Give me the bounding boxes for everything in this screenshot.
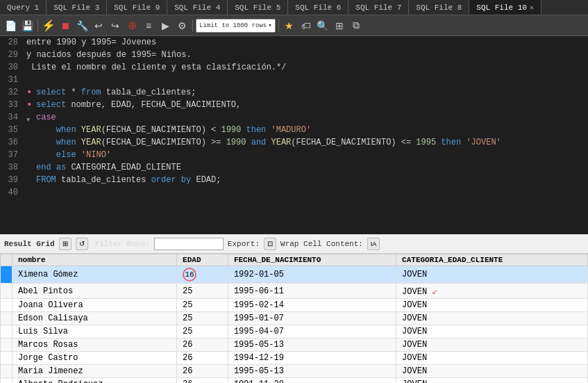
tag-button[interactable]: 🏷 <box>299 18 314 33</box>
col-header-nombre[interactable]: nombre <box>12 254 177 266</box>
wrap-button[interactable]: IA <box>367 238 380 250</box>
table-row[interactable]: Jorge Castro 26 1994-12-19 JOVEN <box>1 352 588 365</box>
code-line-32: • select * from tabla_de_clientes; <box>26 86 588 99</box>
table-row[interactable]: Abel Pintos 25 1995-06-11 JOVEN ↙ <box>1 284 588 299</box>
table-row[interactable]: Maria Jimenez 26 1995-05-13 JOVEN <box>1 365 588 378</box>
separator <box>37 19 38 32</box>
code-line-39: FROM tabla_de_clientes order by EDAD; <box>26 174 588 186</box>
code-line-28: entre 1990 y 1995= Jóvenes <box>26 36 588 49</box>
row-indicator-empty <box>1 299 12 312</box>
undo-button[interactable]: ↩ <box>91 18 106 33</box>
cell-nombre: Edson Calisaya <box>12 312 177 325</box>
refresh-button[interactable]: ↺ <box>76 238 88 250</box>
cell-cat: JOVEN <box>396 339 588 352</box>
code-editor: 28293031323334353637383940 entre 1990 y … <box>0 36 588 234</box>
bookmark-button[interactable]: ★ <box>282 18 297 33</box>
search-button[interactable]: 🔍 <box>315 18 330 33</box>
cell-cat: JOVEN <box>396 299 588 312</box>
limit-rows-select[interactable]: Limit to 1000 rows ▾ <box>196 19 276 33</box>
red-arrow-icon: ↙ <box>432 286 437 297</box>
run-selection-button[interactable]: ▶ <box>158 18 173 33</box>
cell-edad: 26 <box>177 339 228 352</box>
row-indicator-header <box>1 254 12 266</box>
tab-sqlfile9[interactable]: SQL File 9 <box>107 0 167 15</box>
save-button[interactable]: 💾 <box>19 18 35 33</box>
table-row[interactable]: Edson Calisaya 25 1995-01-07 JOVEN <box>1 312 588 325</box>
filter-rows-label: Filter Rows: <box>95 240 150 248</box>
col-header-edad[interactable]: EDAD <box>177 254 228 266</box>
split-button[interactable]: ⧉ <box>348 18 364 33</box>
grid-view-button[interactable]: ⊞ <box>59 238 72 250</box>
cell-edad: 26 <box>177 352 228 365</box>
cell-edad: 25 <box>177 312 228 325</box>
filter-rows-input[interactable] <box>154 238 224 250</box>
table-row[interactable]: Marcos Rosas 26 1995-05-13 JOVEN <box>1 339 588 352</box>
tab-close-icon[interactable]: ✕ <box>530 3 534 12</box>
columns-button[interactable]: ⊞ <box>332 18 347 33</box>
cell-fecha: 1995-05-13 <box>228 365 396 378</box>
tab-sqlfile3[interactable]: SQL File 3 <box>47 0 107 15</box>
table-row[interactable]: Alberto Rodriguez 26 1991-11-28 JOVEN <box>1 378 588 384</box>
cell-nombre: Ximena Gómez <box>12 266 177 284</box>
code-line-29: y nacidos después de 1995= Niños. <box>26 49 588 61</box>
limit-rows-label: Limit to 1000 rows <box>199 22 267 29</box>
line-numbers: 28293031323334353637383940 <box>0 36 21 234</box>
format-button[interactable]: ≡ <box>141 18 156 33</box>
cell-nombre: Alberto Rodriguez <box>12 378 177 384</box>
result-grid-label: Result Grid <box>4 240 55 248</box>
cell-fecha: 1994-12-19 <box>228 352 396 365</box>
table-header-row: nombre EDAD FECHA_DE_NACIMIENTO CATEGORI… <box>1 254 588 266</box>
cell-cat: JOVEN <box>396 365 588 378</box>
code-line-40 <box>26 186 588 199</box>
breakpoint-dot-33: • <box>26 99 32 111</box>
cell-fecha: 1995-04-07 <box>228 325 396 339</box>
result-table: nombre EDAD FECHA_DE_NACIMIENTO CATEGORI… <box>0 254 588 383</box>
new-file-button[interactable]: 📄 <box>3 18 18 33</box>
row-indicator-empty <box>1 325 12 339</box>
col-header-fecha[interactable]: FECHA_DE_NACIMIENTO <box>228 254 396 266</box>
col-header-cat[interactable]: CATEGORIA_EDAD_CLIENTE <box>396 254 588 266</box>
breakpoint-dot-32: • <box>26 86 32 99</box>
cell-cat: JOVEN <box>396 325 588 339</box>
row-indicator-empty <box>1 378 12 384</box>
separator3 <box>278 19 279 32</box>
cell-cat: JOVEN <box>396 378 588 384</box>
code-content[interactable]: entre 1990 y 1995= Jóvenes y nacidos des… <box>21 36 588 234</box>
result-table-container: nombre EDAD FECHA_DE_NACIMIENTO CATEGORI… <box>0 254 588 383</box>
cell-cat: JOVEN <box>396 266 588 284</box>
history-button[interactable]: ⊕ <box>124 18 140 33</box>
cell-edad: 16 <box>177 266 228 284</box>
cell-nombre: Luis Silva <box>12 325 177 339</box>
cell-fecha: 1992-01-05 <box>228 266 396 284</box>
redo-button[interactable]: ↪ <box>108 18 123 33</box>
export-button[interactable]: ⊡ <box>264 238 276 250</box>
cell-edad: 25 <box>177 284 228 299</box>
code-line-36: when YEAR(FECHA_DE_NACIMIENTO) >= 1990 a… <box>26 136 588 149</box>
tab-sqlfile8[interactable]: SQL File 8 <box>409 0 469 15</box>
code-line-31 <box>26 74 588 86</box>
main-window: Query 1 SQL File 3 SQL File 9 SQL File 4… <box>0 0 588 383</box>
tab-bar: Query 1 SQL File 3 SQL File 9 SQL File 4… <box>0 0 588 15</box>
table-row[interactable]: Joana Olivera 25 1995-02-14 JOVEN <box>1 299 588 312</box>
tab-sqlfile7[interactable]: SQL File 7 <box>348 0 409 15</box>
toolbar: 📄 💾 ⚡ ⏹ 🔧 ↩ ↪ ⊕ ≡ ▶ ⚙ Limit to 1000 rows… <box>0 15 588 36</box>
export-label: Export: <box>228 240 260 248</box>
debug-button[interactable]: 🔧 <box>74 18 90 33</box>
cell-cat: JOVEN <box>396 352 588 365</box>
tab-query1[interactable]: Query 1 <box>0 0 47 15</box>
tab-sqlfile5[interactable]: SQL File 5 <box>228 0 288 15</box>
cell-nombre: Marcos Rosas <box>12 339 177 352</box>
dropdown-arrow-icon: ▾ <box>268 22 271 29</box>
tab-sqlfile10[interactable]: SQL File 10✕ <box>469 0 541 15</box>
cell-fecha: 1995-02-14 <box>228 299 396 312</box>
execute-button[interactable]: ⚡ <box>41 18 56 33</box>
tab-sqlfile4[interactable]: SQL File 4 <box>167 0 228 15</box>
table-row[interactable]: Ximena Gómez 16 1992-01-05 JOVEN <box>1 266 588 284</box>
cell-fecha: 1995-05-13 <box>228 339 396 352</box>
tab-sqlfile6[interactable]: SQL File 6 <box>288 0 348 15</box>
stop-button[interactable]: ⏹ <box>58 18 73 33</box>
run-button2[interactable]: ⚙ <box>174 18 190 33</box>
table-row[interactable]: Luis Silva 25 1995-04-07 JOVEN <box>1 325 588 339</box>
row-indicator-empty <box>1 339 12 352</box>
cell-edad: 25 <box>177 299 228 312</box>
